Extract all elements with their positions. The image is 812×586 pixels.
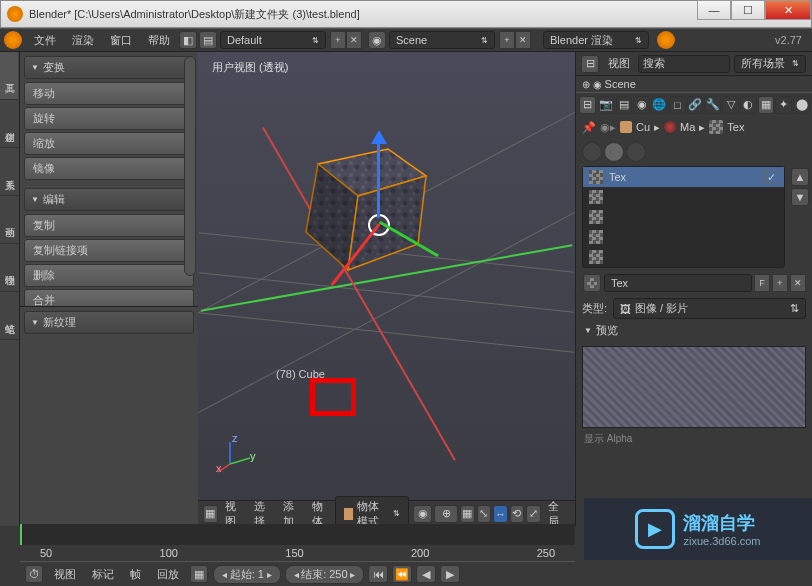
end-frame-field[interactable]: ◂ 结束: 250 ▸	[285, 565, 365, 584]
tab-render-icon[interactable]: 📷	[598, 96, 615, 114]
tab-grease[interactable]: 蜡笔	[0, 292, 18, 340]
play-reverse-button[interactable]: ◀	[416, 565, 436, 583]
screen-layout-dropdown[interactable]: Default⇅	[220, 31, 326, 49]
tl-playback[interactable]: 回放	[151, 567, 185, 582]
screen-browse-icon[interactable]: ▤	[199, 31, 217, 49]
texture-add-button[interactable]: +	[772, 274, 788, 292]
layers-icon[interactable]: ▦	[460, 505, 475, 523]
tab-particles-icon[interactable]: ✦	[775, 96, 792, 114]
vh-object[interactable]: 物体	[306, 499, 335, 527]
bc-object-icon[interactable]	[620, 121, 632, 133]
editor-type-icon[interactable]: ▦	[203, 505, 218, 523]
toolshelf-scrollbar[interactable]	[184, 56, 196, 276]
tab-world-icon[interactable]: 🌐	[651, 96, 668, 114]
tab-material-icon[interactable]: ◐	[740, 96, 757, 114]
texture-browse-icon[interactable]	[583, 274, 601, 292]
mirror-button[interactable]: 镜像	[24, 157, 194, 180]
outliner-tree[interactable]: ⊕ ◉ Scene	[576, 76, 812, 92]
edit-panel-header[interactable]: 编辑	[24, 188, 194, 211]
outliner-search-input[interactable]: 搜索	[638, 55, 730, 73]
tab-create[interactable]: 创建	[0, 100, 18, 148]
tab-animation[interactable]: 动画	[0, 196, 18, 244]
translate-manip-icon[interactable]: ↔	[493, 505, 508, 523]
tab-renderlayers-icon[interactable]: ▤	[616, 96, 633, 114]
tab-modifiers-icon[interactable]: 🔧	[704, 96, 721, 114]
tab-constraints-icon[interactable]: 🔗	[687, 96, 704, 114]
texture-slot-list[interactable]: Tex ✓	[582, 166, 785, 268]
start-frame-field[interactable]: ◂ 起始: 1 ▸	[213, 565, 281, 584]
back-to-previous-icon[interactable]: ◧	[179, 31, 197, 49]
scene-browse-icon[interactable]: ◉	[368, 31, 386, 49]
tl-frame[interactable]: 帧	[124, 567, 147, 582]
copy-link-button[interactable]: 复制链接项	[24, 239, 194, 262]
minimize-button[interactable]: —	[697, 0, 731, 20]
rotate-button[interactable]: 旋转	[24, 107, 194, 130]
bc-texture-icon[interactable]	[709, 120, 723, 134]
texture-slot-1[interactable]	[583, 187, 784, 207]
orientation-dropdown[interactable]: 全局	[542, 499, 571, 527]
texture-slot-0[interactable]: Tex ✓	[583, 167, 784, 187]
transform-panel-header[interactable]: 变换	[24, 56, 194, 79]
bc-material-icon[interactable]	[664, 121, 676, 133]
props-editor-icon[interactable]: ⊟	[579, 96, 596, 114]
tex-ctx-other-icon[interactable]	[626, 142, 646, 162]
delete-button[interactable]: 删除	[24, 264, 194, 287]
outliner-view[interactable]: 视图	[602, 56, 636, 71]
tex-ctx-material-icon[interactable]	[604, 142, 624, 162]
render-engine-dropdown[interactable]: Blender 渲染⇅	[543, 31, 649, 49]
texture-name-field[interactable]: Tex	[604, 274, 752, 292]
texture-type-dropdown[interactable]: 🖼 图像 / 影片 ⇅	[613, 298, 806, 319]
layout-add-button[interactable]: +	[330, 31, 346, 49]
move-button[interactable]: 移动	[24, 82, 194, 105]
tab-relations[interactable]: 关系	[0, 148, 18, 196]
tab-tools[interactable]: 工具	[0, 52, 18, 100]
mode-dropdown[interactable]: 物体模式 ⇅	[335, 496, 409, 527]
slot-move-down-button[interactable]: ▼	[791, 188, 809, 206]
texture-slot-enable-checkbox[interactable]: ✓	[764, 170, 778, 184]
vh-view[interactable]: 视图	[219, 499, 248, 527]
tab-physics[interactable]: 物理	[0, 244, 18, 292]
tl-view[interactable]: 视图	[48, 567, 82, 582]
vh-select[interactable]: 选择	[248, 499, 277, 527]
close-button[interactable]: ✕	[765, 0, 811, 20]
show-alpha-label[interactable]: 显示 Alpha	[576, 428, 812, 450]
timeline-track[interactable]: 50 100 150 200 250	[20, 524, 575, 562]
texture-slot-3[interactable]	[583, 227, 784, 247]
scene-remove-button[interactable]: ✕	[515, 31, 531, 49]
slot-move-up-button[interactable]: ▲	[791, 168, 809, 186]
menu-file[interactable]: 文件	[26, 28, 64, 52]
rotate-manip-icon[interactable]: ⟲	[510, 505, 525, 523]
play-button[interactable]: ▶	[440, 565, 460, 583]
vh-add[interactable]: 添加	[277, 499, 306, 527]
texture-unlink-button[interactable]: ✕	[790, 274, 806, 292]
tab-object-icon[interactable]: □	[669, 96, 686, 114]
tex-ctx-world-icon[interactable]	[582, 142, 602, 162]
scale-button[interactable]: 缩放	[24, 132, 194, 155]
copy-button[interactable]: 复制	[24, 214, 194, 237]
pin-icon[interactable]: 📌	[582, 121, 596, 134]
cube-object[interactable]	[288, 124, 444, 280]
outliner-filter-dropdown[interactable]: 所有场景⇅	[734, 55, 806, 73]
menu-help[interactable]: 帮助	[140, 28, 178, 52]
bc-scene-icon[interactable]: ◉▸	[600, 121, 616, 134]
prev-key-button[interactable]: ⏪	[392, 565, 412, 583]
manipulator-toggle-icon[interactable]: ⤡	[477, 505, 492, 523]
timeline-editor-icon[interactable]: ⏱	[25, 565, 43, 583]
jump-start-button[interactable]: ⏮	[368, 565, 388, 583]
texture-slot-2[interactable]	[583, 207, 784, 227]
tl-marker[interactable]: 标记	[86, 567, 120, 582]
gizmo-z-arrow[interactable]	[377, 138, 380, 218]
texture-slot-4[interactable]	[583, 247, 784, 267]
shading-dropdown[interactable]: ◉	[413, 505, 432, 523]
scene-dropdown[interactable]: Scene⇅	[389, 31, 495, 49]
outliner-editor-icon[interactable]: ⊟	[581, 55, 599, 73]
blender-logo-icon[interactable]	[4, 31, 22, 49]
pivot-dropdown[interactable]: ⊕	[434, 505, 458, 523]
tl-sync-icon[interactable]: ▦	[190, 565, 208, 583]
maximize-button[interactable]: ☐	[731, 0, 765, 20]
scale-manip-icon[interactable]: ⤢	[526, 505, 541, 523]
layout-remove-button[interactable]: ✕	[346, 31, 362, 49]
tab-data-icon[interactable]: ▽	[722, 96, 739, 114]
menu-window[interactable]: 窗口	[102, 28, 140, 52]
3d-viewport[interactable]: 用户视图 (透视)	[198, 52, 575, 526]
